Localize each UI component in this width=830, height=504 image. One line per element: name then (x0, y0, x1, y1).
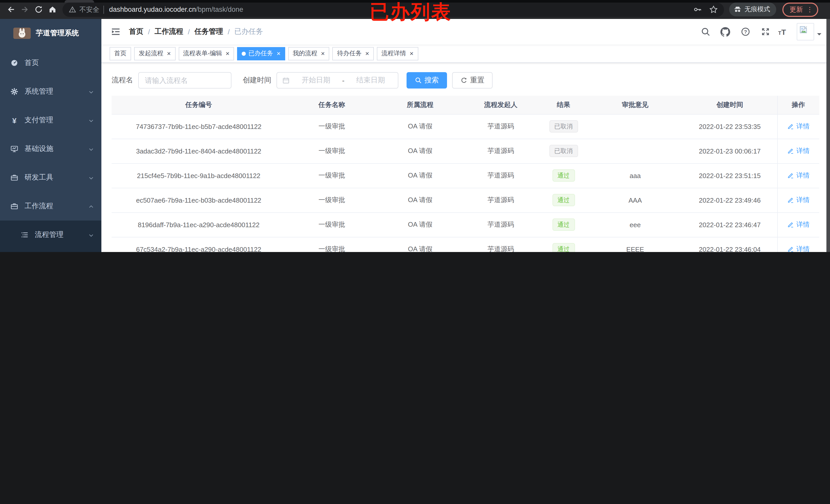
close-icon[interactable]: × (226, 50, 229, 57)
detail-link[interactable]: 详情 (787, 220, 810, 229)
svg-text:?: ? (744, 29, 747, 35)
process-cell: OA 请假 (378, 163, 462, 188)
update-label[interactable]: 更新 (790, 5, 803, 14)
sidebar-item-workflow[interactable]: 工作流程 (0, 192, 101, 221)
help-icon[interactable]: ? (738, 25, 753, 39)
search-icon[interactable] (698, 25, 712, 39)
actions-cell: 详情 (777, 114, 819, 139)
task-id-cell: 74736737-7b9b-11ec-b5b7-acde48001122 (111, 114, 286, 139)
actions-cell: 详情 (777, 212, 819, 237)
back-icon[interactable] (4, 3, 18, 16)
process-name-label: 流程名 (111, 76, 133, 85)
sidebar-item-process-management[interactable]: 流程管理 (0, 221, 101, 249)
close-icon[interactable]: × (167, 50, 171, 57)
github-icon[interactable] (718, 25, 732, 39)
end-date-placeholder[interactable]: 结束日期 (349, 76, 393, 85)
detail-link-label: 详情 (796, 171, 810, 180)
forward-icon[interactable] (18, 3, 32, 16)
col-result: 结果 (539, 96, 588, 114)
breadcrumb-home[interactable]: 首页 (129, 27, 143, 36)
tab-流程表单-编辑[interactable]: 流程表单-编辑× (179, 47, 234, 60)
close-icon[interactable]: × (321, 50, 325, 57)
starter-cell: 芋道源码 (462, 163, 539, 188)
browser-tab[interactable] (65, 0, 94, 3)
breadcrumb-workflow[interactable]: 工作流程 (155, 27, 183, 36)
breadcrumb: 首页 / 工作流程 / 任务管理 / 已办任务 (129, 27, 263, 36)
table-row: 3adac3d2-7b9d-11ec-8404-acde48001122一级审批… (111, 139, 819, 163)
detail-link[interactable]: 详情 (787, 122, 810, 131)
result-cell: 已取消 (539, 114, 588, 139)
fullscreen-icon[interactable] (758, 25, 772, 39)
detail-link-label: 详情 (796, 122, 810, 131)
detail-link[interactable]: 详情 (787, 244, 810, 252)
tab-我的流程[interactable]: 我的流程× (288, 47, 329, 60)
tab-已办任务[interactable]: 已办任务× (237, 47, 285, 60)
tab-待办任务[interactable]: 待办任务× (332, 47, 374, 60)
tab-首页[interactable]: 首页 (109, 47, 131, 60)
url-bar[interactable]: 不安全 dashboard.yudao.iocoder.cn/bpm/task/… (62, 2, 724, 16)
result-cell: 通过 (539, 163, 588, 188)
result-badge: 通过 (552, 219, 575, 231)
detail-link[interactable]: 详情 (787, 146, 810, 155)
security-warning-icon[interactable] (69, 6, 76, 13)
security-label[interactable]: 不安全 (79, 5, 99, 14)
update-button[interactable]: 更新 ⋮ (783, 2, 818, 16)
tags-view: 首页发起流程×流程表单-编辑×已办任务×我的流程×待办任务×流程详情× (101, 44, 830, 63)
browser-menu-icon[interactable]: ⋮ (806, 6, 813, 13)
chevron-up-icon (88, 203, 94, 209)
process-name-input[interactable] (138, 72, 231, 89)
chevron-down-icon (88, 89, 94, 95)
home-icon[interactable] (45, 3, 59, 16)
result-badge: 已取消 (549, 145, 578, 157)
process-cell: OA 请假 (378, 188, 462, 212)
incognito-badge: 无痕模式 (729, 3, 776, 16)
table-row: ec507ae6-7b9a-11ec-b03b-acde48001122一级审批… (111, 188, 819, 212)
font-size-icon[interactable]: TT (778, 28, 786, 36)
col-created: 创建时间 (682, 96, 777, 114)
done-task-table: 任务编号 任务名称 所属流程 流程发起人 结果 审批意见 创建时间 操作 747… (111, 96, 819, 252)
password-key-icon[interactable] (693, 5, 702, 14)
app-title: 芋道管理系统 (36, 29, 79, 38)
sidebar-item-payment[interactable]: ¥ 支付管理 (0, 106, 101, 135)
task-name-cell: 一级审批 (286, 188, 378, 212)
caret-down-icon[interactable] (817, 29, 822, 38)
task-id-cell: 8196daff-7b9a-11ec-a290-acde48001122 (111, 212, 286, 237)
detail-link[interactable]: 详情 (787, 171, 810, 180)
detail-link[interactable]: 详情 (787, 195, 810, 204)
sidebar-item-system[interactable]: 系统管理 (0, 77, 101, 106)
sidebar: 芋道管理系统 首页 系统管理 ¥ 支付管理 (0, 19, 101, 252)
screen: 不安全 dashboard.yudao.iocoder.cn/bpm/task/… (0, 0, 830, 252)
chevron-down-icon (88, 232, 94, 238)
tab-发起流程[interactable]: 发起流程× (134, 47, 175, 60)
breadcrumb-task-management[interactable]: 任务管理 (195, 27, 223, 36)
bookmark-star-icon[interactable] (709, 5, 718, 14)
search-button[interactable]: 搜索 (407, 72, 447, 89)
task-name-cell: 一级审批 (286, 212, 378, 237)
close-icon[interactable]: × (410, 50, 413, 57)
date-range-input[interactable]: 开始日期 - 结束日期 (277, 72, 398, 89)
comment-cell: EEEE (588, 237, 682, 252)
sidebar-item-task-management[interactable]: 任务管理 (0, 249, 101, 252)
result-badge: 通过 (552, 243, 575, 252)
tab-流程详情[interactable]: 流程详情× (377, 47, 418, 60)
detail-link-label: 详情 (796, 244, 810, 252)
table-row: 67c534a2-7b9a-11ec-a290-acde48001122一级审批… (111, 237, 819, 252)
sidebar-collapse-icon[interactable] (110, 27, 121, 37)
reload-icon[interactable] (32, 3, 45, 16)
browser-scrollbar[interactable] (826, 19, 830, 252)
reset-button[interactable]: 重置 (452, 72, 492, 89)
starter-cell: 芋道源码 (462, 114, 539, 139)
sidebar-item-home[interactable]: 首页 (0, 48, 101, 77)
close-icon[interactable]: × (365, 50, 369, 57)
url-path: /bpm/task/done (196, 6, 243, 13)
start-date-placeholder[interactable]: 开始日期 (294, 76, 338, 85)
sidebar-item-dev-tools[interactable]: 研发工具 (0, 163, 101, 192)
result-cell: 通过 (539, 188, 588, 212)
avatar[interactable] (797, 23, 814, 40)
close-icon[interactable]: × (277, 50, 280, 57)
sidebar-item-infrastructure[interactable]: 基础设施 (0, 135, 101, 163)
sidebar-item-label: 流程管理 (35, 230, 63, 239)
app-logo[interactable]: 芋道管理系统 (0, 19, 101, 47)
sidebar-item-label: 研发工具 (25, 173, 53, 182)
detail-link-label: 详情 (796, 195, 810, 204)
